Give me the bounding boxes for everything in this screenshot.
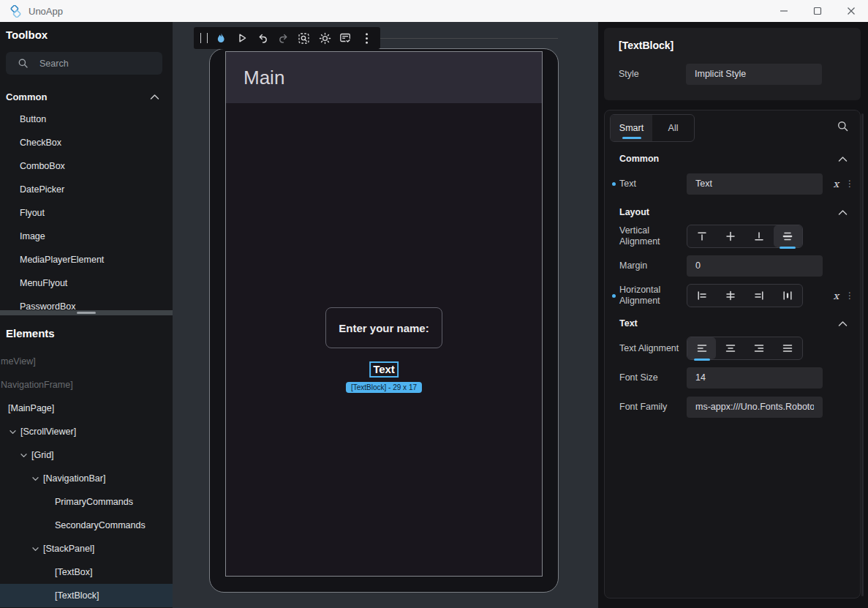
form-factor-button[interactable] — [339, 29, 353, 47]
valign-top-button[interactable] — [687, 225, 716, 247]
toolbox-item-flyout[interactable]: Flyout — [0, 201, 173, 225]
halign-right-button[interactable] — [745, 285, 774, 307]
hot-reload-button[interactable] — [214, 29, 228, 47]
font-family-input[interactable] — [687, 397, 823, 418]
panel-scrollbar[interactable] — [861, 113, 864, 596]
toolbox-item-mediaplayerelement[interactable]: MediaPlayerElement — [0, 248, 173, 271]
text-align-left-button[interactable] — [687, 337, 716, 359]
properties-search-icon[interactable] — [837, 120, 849, 132]
text-alignment-group — [687, 337, 803, 360]
style-input[interactable] — [686, 64, 822, 85]
align-top-icon — [696, 230, 708, 242]
font-size-input[interactable] — [687, 367, 823, 389]
minimize-button[interactable] — [767, 0, 801, 22]
text-align-center-button[interactable] — [716, 337, 744, 359]
selected-element-card: [TextBlock] Style — [604, 28, 861, 100]
chevron-up-icon — [838, 156, 848, 162]
inspect-element-button[interactable] — [297, 29, 312, 47]
maximize-icon — [813, 7, 822, 15]
tree-item-primarycommands[interactable]: PrimaryCommands — [0, 490, 173, 514]
selected-element-title: [TextBlock] — [619, 40, 861, 51]
property-row-text: Text x ⋮ — [605, 173, 861, 195]
toolbox-item-image[interactable]: Image — [0, 225, 173, 248]
properties-card: Smart All Common Text — [604, 110, 861, 598]
text-align-left-icon — [696, 342, 708, 354]
tree-item-mainpage[interactable]: [MainPage] — [0, 397, 173, 420]
align-vstretch-icon — [782, 230, 793, 242]
tree-item-frameview[interactable]: meView] — [0, 350, 173, 373]
toolbox-searchbox[interactable] — [6, 52, 162, 75]
close-button[interactable] — [834, 0, 868, 22]
tab-smart[interactable]: Smart — [611, 115, 652, 141]
text-input[interactable] — [687, 173, 823, 195]
section-layout-header[interactable]: Layout — [619, 206, 848, 219]
toolbox-item-datepicker[interactable]: DatePicker — [0, 178, 173, 201]
tab-all[interactable]: All — [652, 115, 694, 141]
toolbox-item-checkbox[interactable]: CheckBox — [0, 131, 173, 154]
halign-left-button[interactable] — [687, 285, 716, 307]
play-button[interactable] — [235, 29, 249, 47]
align-vcenter-icon — [725, 230, 736, 242]
properties-panel: [TextBlock] Style Smart All — [598, 22, 868, 608]
text-align-justify-button[interactable] — [774, 337, 802, 359]
panel-splitter[interactable] — [0, 310, 173, 315]
selected-textblock[interactable]: Text — [369, 361, 399, 378]
chevron-down-icon — [9, 428, 17, 436]
valign-bottom-button[interactable] — [745, 225, 774, 247]
splitter-grip — [77, 312, 96, 314]
halign-center-button[interactable] — [716, 285, 744, 307]
elements-title: Elements — [6, 327, 55, 339]
play-icon — [236, 32, 248, 44]
style-label: Style — [619, 69, 686, 79]
tree-item-navigationframe[interactable]: NavigationFrame] — [0, 373, 173, 397]
chevron-down-icon — [31, 545, 39, 553]
theme-toggle-button[interactable] — [317, 29, 332, 47]
tree-item-textbox[interactable]: [TextBox] — [0, 560, 173, 584]
left-sidebar: Toolbox Common Button CheckBox ComboBox … — [0, 22, 173, 608]
drag-handle-icon[interactable] — [200, 33, 208, 43]
toolbox-item-button[interactable]: Button — [0, 108, 173, 131]
margin-input[interactable] — [687, 255, 823, 277]
toolbox-item-passwordbox[interactable]: PasswordBox — [0, 295, 173, 310]
chevron-down-icon — [31, 475, 39, 483]
preview-textbox[interactable]: Enter your name: — [325, 307, 442, 348]
halign-stretch-button[interactable] — [774, 285, 802, 307]
toolbox-search-input[interactable] — [38, 58, 151, 70]
more-vertical-icon[interactable]: ⋮ — [845, 179, 854, 188]
property-row-vertical-alignment: Vertical Alignment — [605, 225, 861, 248]
text-align-center-icon — [725, 342, 736, 354]
toolbox-item-combobox[interactable]: ComboBox — [0, 154, 173, 178]
text-align-right-button[interactable] — [745, 337, 774, 359]
more-vertical-icon[interactable]: ⋮ — [845, 291, 854, 300]
chevron-down-icon — [20, 451, 28, 459]
selection-badge: [TextBlock] - 29 x 17 — [346, 382, 422, 393]
valign-center-button[interactable] — [716, 225, 744, 247]
undo-button[interactable] — [255, 29, 270, 47]
toolbox-item-menuflyout[interactable]: MenuFlyout — [0, 271, 173, 295]
preview-body: Enter your name: Text [TextBlock] - 29 x… — [226, 103, 542, 576]
horizontal-alignment-group — [687, 284, 803, 307]
tree-item-secondarycommands[interactable]: SecondaryCommands — [0, 514, 173, 537]
property-tabs: Smart All — [610, 114, 695, 142]
selected-underline — [780, 247, 796, 249]
active-tab-underline — [622, 137, 641, 139]
more-options-button[interactable] — [359, 29, 374, 47]
xaml-binding-icon[interactable]: x — [833, 178, 839, 189]
xaml-binding-icon[interactable]: x — [833, 290, 839, 301]
tree-item-stackpanel[interactable]: [StackPanel] — [0, 537, 173, 560]
maximize-button[interactable] — [801, 0, 834, 22]
elements-tree: meView] NavigationFrame] [MainPage] [Scr… — [0, 350, 173, 607]
toolbox-section-common[interactable]: Common — [0, 86, 173, 108]
preview-navbar[interactable]: Main — [226, 52, 542, 103]
vertical-alignment-group — [687, 225, 803, 248]
valign-stretch-button[interactable] — [774, 225, 802, 247]
tree-item-scrollviewer[interactable]: [ScrollViewer] — [0, 420, 173, 443]
redo-button[interactable] — [276, 29, 291, 47]
tree-item-navigationbar[interactable]: [NavigationBar] — [0, 467, 173, 490]
tree-item-grid[interactable]: [Grid] — [0, 443, 173, 467]
tree-item-textblock[interactable]: [TextBlock] — [0, 584, 173, 607]
section-common-header[interactable]: Common — [619, 152, 848, 165]
property-row-horizontal-alignment: Horizontal Alignment x — [605, 284, 861, 307]
inspect-icon — [298, 32, 310, 45]
section-text-header[interactable]: Text — [619, 317, 848, 330]
